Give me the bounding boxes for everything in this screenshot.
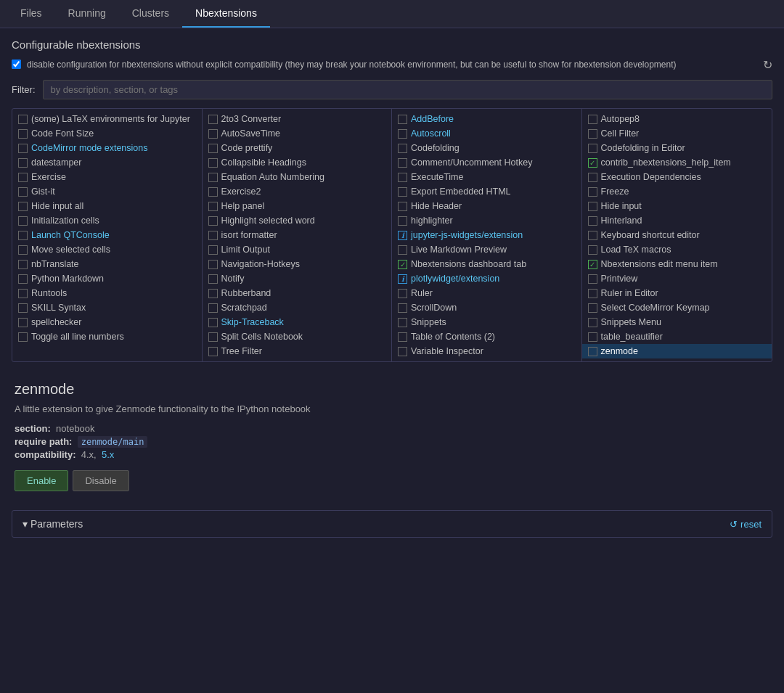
list-item[interactable]: Ruler (392, 286, 581, 300)
list-item[interactable]: Code prettify (203, 141, 392, 155)
list-item[interactable]: Runtools (12, 286, 202, 300)
ext-checkbox[interactable] (398, 303, 407, 313)
ext-checkbox[interactable] (588, 115, 597, 124)
list-item[interactable]: Variable Inspector (392, 344, 581, 358)
ext-checkbox[interactable] (398, 202, 407, 211)
tab-running[interactable]: Running (55, 0, 119, 28)
ext-checkbox[interactable] (588, 332, 597, 342)
ext-checkbox[interactable] (208, 158, 218, 168)
filter-input[interactable] (43, 80, 773, 99)
list-item[interactable]: Hide input (582, 199, 772, 213)
list-item[interactable]: isort formatter (203, 228, 392, 242)
list-item[interactable]: Keyboard shortcut editor (582, 228, 772, 242)
ext-checkbox[interactable] (208, 187, 218, 197)
list-item[interactable]: Hinterland (582, 213, 772, 228)
list-item[interactable]: SKILL Syntax (12, 300, 202, 315)
ext-checkbox[interactable] (208, 115, 218, 124)
ext-checkbox[interactable] (398, 289, 407, 298)
ext-checkbox[interactable] (208, 318, 218, 327)
ext-checkbox[interactable] (18, 332, 28, 342)
tab-nbextensions[interactable]: Nbextensions (182, 0, 270, 28)
list-item[interactable]: Notify (203, 271, 392, 286)
list-item[interactable]: Hide input all (12, 199, 202, 213)
ext-checkbox[interactable] (398, 115, 407, 124)
list-item[interactable]: ScrollDown (392, 300, 581, 315)
list-item[interactable]: Export Embedded HTML (392, 184, 581, 199)
ext-checkbox[interactable]: ✓ (588, 158, 597, 168)
list-item[interactable]: Autoscroll (392, 126, 581, 141)
ext-checkbox[interactable]: ✓ (588, 260, 597, 269)
list-item[interactable]: ✓contrib_nbextensions_help_item (582, 155, 772, 170)
list-item[interactable]: Cell Filter (582, 126, 772, 141)
list-item[interactable]: ✓Nbextensions dashboard tab (392, 257, 581, 271)
ext-checkbox[interactable] (588, 231, 597, 240)
ext-checkbox[interactable] (588, 318, 597, 327)
list-item[interactable]: Split Cells Notebook (203, 329, 392, 344)
list-item[interactable]: Collapsible Headings (203, 155, 392, 170)
ext-checkbox[interactable] (18, 274, 28, 284)
list-item[interactable]: 2to3 Converter (203, 112, 392, 126)
ext-checkbox[interactable] (18, 216, 28, 226)
list-item[interactable]: AddBefore (392, 112, 581, 126)
ext-checkbox[interactable] (398, 144, 407, 153)
list-item[interactable]: Scratchpad (203, 300, 392, 315)
list-item[interactable]: Tree Filter (203, 344, 392, 358)
ext-checkbox[interactable] (18, 231, 28, 240)
list-item[interactable]: spellchecker (12, 315, 202, 329)
list-item[interactable]: Gist-it (12, 184, 202, 199)
ext-checkbox[interactable] (18, 318, 28, 327)
ext-checkbox[interactable] (588, 274, 597, 284)
ext-checkbox[interactable] (588, 187, 597, 197)
ext-checkbox[interactable] (208, 129, 218, 139)
ext-checkbox[interactable] (588, 303, 597, 313)
ext-checkbox[interactable] (398, 332, 407, 342)
list-item[interactable]: Snippets Menu (582, 315, 772, 329)
ext-checkbox[interactable] (18, 173, 28, 182)
ext-checkbox[interactable] (208, 347, 218, 356)
ext-checkbox[interactable] (18, 158, 28, 168)
list-item[interactable]: (some) LaTeX environments for Jupyter (12, 112, 202, 126)
list-item[interactable]: Exercise2 (203, 184, 392, 199)
list-item[interactable]: nbTranslate (12, 257, 202, 271)
ext-checkbox[interactable] (18, 144, 28, 153)
ext-checkbox[interactable] (588, 216, 597, 226)
list-item[interactable]: ℹjupyter-js-widgets/extension (392, 228, 581, 242)
ext-checkbox[interactable] (208, 216, 218, 226)
list-item[interactable]: Codefolding in Editor (582, 141, 772, 155)
ext-checkbox[interactable] (18, 187, 28, 197)
ext-checkbox[interactable]: ℹ (398, 231, 407, 240)
ext-checkbox[interactable] (588, 202, 597, 211)
list-item[interactable]: Snippets (392, 315, 581, 329)
list-item[interactable]: ExecuteTime (392, 170, 581, 184)
list-item[interactable]: Ruler in Editor (582, 286, 772, 300)
ext-checkbox[interactable] (588, 245, 597, 255)
list-item[interactable]: Initialization cells (12, 213, 202, 228)
list-item[interactable]: Skip-Traceback (203, 315, 392, 329)
params-header[interactable]: ▾ Parameters ↺ reset (12, 511, 772, 537)
ext-checkbox[interactable] (208, 332, 218, 342)
list-item[interactable]: Live Markdown Preview (392, 242, 581, 257)
ext-checkbox[interactable] (18, 260, 28, 269)
ext-checkbox[interactable] (398, 245, 407, 255)
ext-checkbox[interactable] (398, 347, 407, 356)
ext-checkbox[interactable] (208, 144, 218, 153)
list-item[interactable]: Navigation-Hotkeys (203, 257, 392, 271)
list-item[interactable]: Comment/Uncomment Hotkey (392, 155, 581, 170)
ext-checkbox[interactable] (398, 129, 407, 139)
list-item[interactable]: Rubberband (203, 286, 392, 300)
ext-checkbox[interactable] (588, 173, 597, 182)
ext-checkbox[interactable] (398, 187, 407, 197)
ext-checkbox[interactable] (208, 245, 218, 255)
params-reset[interactable]: ↺ reset (730, 519, 761, 530)
ext-checkbox[interactable] (18, 129, 28, 139)
list-item[interactable]: table_beautifier (582, 329, 772, 344)
ext-checkbox[interactable] (208, 231, 218, 240)
ext-checkbox[interactable] (18, 289, 28, 298)
list-item[interactable]: Python Markdown (12, 271, 202, 286)
list-item[interactable]: ✓Nbextensions edit menu item (582, 257, 772, 271)
ext-checkbox[interactable] (398, 318, 407, 327)
list-item[interactable]: Limit Output (203, 242, 392, 257)
list-item[interactable]: highlighter (392, 213, 581, 228)
ext-checkbox[interactable] (588, 129, 597, 139)
list-item[interactable]: zenmode (582, 344, 772, 358)
